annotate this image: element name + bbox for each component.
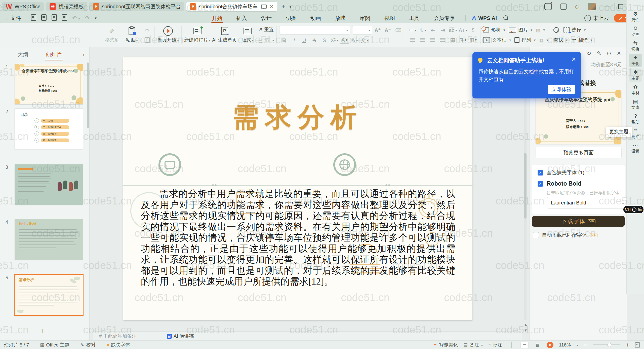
redo-icon[interactable]: ↷: [85, 15, 90, 21]
text-direction-icon[interactable]: A↓: [458, 26, 468, 34]
collapse-toolbar-handle[interactable]: —: [627, 2, 644, 8]
font-size-combo[interactable]: [352, 26, 372, 34]
previous-slide-icon[interactable]: ▲: [524, 322, 528, 327]
ai-generate-page-button[interactable]: P AI 生成单页: [212, 25, 237, 45]
align-left-icon[interactable]: [408, 36, 417, 44]
menu-item[interactable]: 审阅: [353, 13, 377, 23]
menu-item[interactable]: 动画: [303, 13, 328, 23]
current-slide[interactable]: 需求分析 需求的分析中用户需求就是比较的重要，而且可以通过各种的路径，以及各用户…: [123, 57, 472, 320]
arrange-button[interactable]: 排列: [514, 36, 536, 44]
ai-script-button[interactable]: ▤ AI 演讲稿: [167, 333, 194, 339]
layout-button[interactable]: 版式: [238, 25, 257, 45]
right-toolbar-item[interactable]: ▤ 文库: [629, 98, 642, 111]
theme-status[interactable]: ▦ Office 主题: [40, 342, 69, 348]
undo-icon[interactable]: ↶ ▾: [72, 15, 80, 21]
new-slide-button[interactable]: 新建幻灯片: [184, 25, 211, 45]
slide-thumbnail-4[interactable]: Spring Boot: [15, 219, 83, 260]
ime-indicator[interactable]: CH 简: [623, 206, 643, 213]
slide-thumbnail-3[interactable]: [15, 164, 83, 205]
find-button[interactable]: 查找: [553, 36, 568, 44]
print-icon[interactable]: [52, 14, 57, 22]
italic-icon[interactable]: I: [289, 37, 299, 44]
zoom-slider-knob[interactable]: [607, 343, 611, 347]
translate-button[interactable]: ⇄翻译: [572, 36, 592, 44]
zoom-in-button[interactable]: +: [626, 341, 629, 348]
select-button[interactable]: 选择: [564, 26, 586, 34]
close-panel-icon[interactable]: ✕: [617, 50, 621, 56]
sorter-view-button[interactable]: ▦: [534, 342, 541, 348]
right-toolbar-item[interactable]: ✦ 美化: [629, 54, 642, 67]
search-button[interactable]: [553, 26, 559, 34]
comments-toggle[interactable]: ❝ 批注: [489, 342, 502, 348]
text-convert-icon[interactable]: Σ: [468, 26, 478, 34]
align-right-icon[interactable]: [428, 36, 437, 44]
menu-item[interactable]: 插入: [229, 13, 254, 23]
section-button[interactable]: ▤ 节: [258, 36, 274, 44]
font-color-icon[interactable]: A: [340, 37, 349, 44]
quickbar-chevron-icon[interactable]: ▾: [95, 16, 97, 20]
font-name-combo[interactable]: [279, 26, 350, 34]
feedback-icon[interactable]: ✎: [597, 50, 601, 56]
zoom-slider[interactable]: [593, 344, 620, 345]
minimize-button[interactable]: —: [604, 3, 610, 10]
select-all-checkbox[interactable]: ✓: [538, 170, 543, 176]
shapes-button[interactable]: 形状: [483, 26, 505, 34]
tab-document-parking[interactable]: P springboot合庆镇停车场车 ✕: [186, 2, 277, 11]
bold-icon[interactable]: B: [279, 37, 289, 44]
export-icon[interactable]: [41, 14, 47, 22]
menu-item[interactable]: 会员专享: [427, 13, 462, 23]
new-tab-button[interactable]: +: [281, 3, 285, 11]
auto-download-checkbox[interactable]: ✓: [533, 232, 539, 238]
restore-button[interactable]: [618, 4, 623, 9]
increase-font-icon[interactable]: A⁺: [373, 26, 382, 34]
tab-docer-templates[interactable]: ❋ 找稻壳模板: [46, 2, 87, 11]
workspace-cube-icon[interactable]: ◇: [575, 3, 580, 10]
shadow-icon[interactable]: S: [319, 37, 329, 44]
right-toolbar-item[interactable]: ✩ 动画: [629, 25, 642, 38]
preview-more-button[interactable]: 预览更多页面: [536, 147, 622, 158]
decrease-font-icon[interactable]: A⁻: [383, 26, 392, 34]
notification-close-icon[interactable]: ✕: [572, 56, 576, 63]
fit-to-window-icon[interactable]: [635, 342, 640, 347]
slide-thumbnail-2[interactable]: 目录 1 一、绪 论 2 二、系统相关技术 3 三、需求分析: [15, 109, 83, 149]
slide-thumbnail-1[interactable]: 合庆镇停车场车位预约系统-ppt 答辩人：xxx 指导老师：xxx: [15, 64, 83, 104]
tab-list-chevron-icon[interactable]: ▾: [289, 4, 292, 9]
right-toolbar-item[interactable]: ✿ 素材: [629, 83, 642, 96]
notes-bar[interactable]: 单击此处添加备注 ▤ AI 演讲稿: [93, 331, 522, 341]
menu-item[interactable]: 开始: [205, 13, 229, 23]
present-mode-icon[interactable]: [261, 5, 267, 9]
underline-icon[interactable]: U: [299, 37, 309, 44]
auto-download-row[interactable]: ✓ 自动下载已匹配字体 VIP: [533, 232, 597, 238]
missing-font-status[interactable]: 缺失字体: [107, 342, 130, 348]
save-icon[interactable]: [31, 14, 36, 22]
phonetic-icon[interactable]: 文: [360, 37, 369, 44]
slide-title[interactable]: 需求分析: [123, 100, 472, 135]
highlight-icon[interactable]: ✎: [350, 37, 359, 44]
proofing-status[interactable]: ✎ 校对: [80, 342, 96, 348]
right-toolbar-item[interactable]: ⋯ 设置: [629, 142, 642, 155]
tab-document-hospital[interactable]: P springboot互联网智慧医院体检平台: [89, 2, 184, 11]
line-spacing-icon[interactable]: ⇅: [458, 36, 468, 44]
zoom-out-button[interactable]: −: [584, 341, 587, 348]
slide-thumbnail-5-selected[interactable]: 需求分析: [14, 274, 84, 316]
smart-beautify-button[interactable]: ✦ 智能美化: [433, 342, 458, 348]
format-painter-button[interactable]: ✐ 格式刷: [103, 25, 121, 45]
bullet-list-icon[interactable]: ≔: [408, 26, 417, 34]
multi-window-icon[interactable]: [560, 4, 567, 10]
menu-item[interactable]: 工具: [402, 13, 427, 23]
paste-button[interactable]: 粘贴: [123, 25, 141, 45]
cloud-status[interactable]: ↑ 未上云: [584, 15, 609, 22]
close-tab-icon[interactable]: ✕: [270, 4, 274, 10]
collapse-panel-icon[interactable]: ‹: [83, 51, 85, 58]
ai-assistant-icon[interactable]: [544, 3, 552, 10]
menu-item[interactable]: 视图: [377, 13, 402, 23]
menu-item-wps-ai[interactable]: A WPS AI: [472, 15, 497, 22]
menu-item[interactable]: 切换: [279, 13, 303, 23]
next-slide-icon[interactable]: ▼: [524, 328, 528, 332]
normal-view-button[interactable]: ▭: [521, 342, 528, 348]
reset-button[interactable]: ↺ 重置: [258, 26, 274, 34]
menu-item[interactable]: 放映: [328, 13, 353, 23]
align-center-icon[interactable]: [418, 36, 427, 44]
tab-outline[interactable]: 大纲: [18, 47, 28, 62]
strikethrough-icon[interactable]: A: [309, 37, 319, 44]
